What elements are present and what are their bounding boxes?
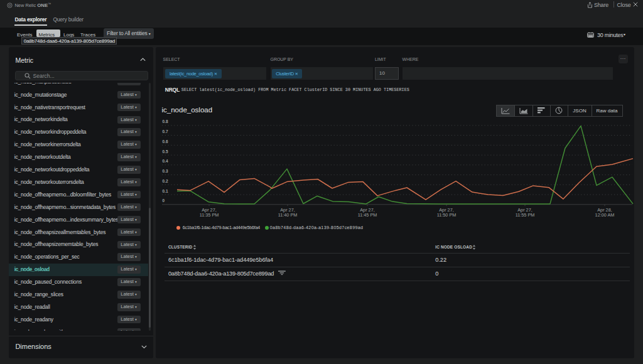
svg-text:0.8: 0.8 <box>163 119 168 124</box>
svg-text:0.5: 0.5 <box>163 149 168 154</box>
svg-text:0.1: 0.1 <box>163 189 168 193</box>
svg-text:0.6: 0.6 <box>163 139 168 144</box>
svg-text:11:45 PM: 11:45 PM <box>358 212 377 218</box>
svg-text:0: 0 <box>163 198 165 203</box>
svg-text:0.2: 0.2 <box>163 179 168 183</box>
svg-text:Apr 27,: Apr 27, <box>280 207 295 213</box>
svg-text:11:50 PM: 11:50 PM <box>437 212 457 218</box>
svg-text:Apr 27,: Apr 27, <box>517 207 532 213</box>
svg-text:11:40 PM: 11:40 PM <box>278 212 298 218</box>
svg-text:Apr 27,: Apr 27, <box>439 207 454 213</box>
svg-text:Apr 27,: Apr 27, <box>360 207 375 213</box>
svg-text:Apr 27,: Apr 27, <box>202 207 217 213</box>
svg-text:0.4: 0.4 <box>163 159 168 163</box>
svg-text:12:00 AM: 12:00 AM <box>595 212 615 218</box>
svg-text:0.3: 0.3 <box>163 169 168 173</box>
svg-text:11:35 PM: 11:35 PM <box>200 212 219 218</box>
svg-text:Apr 28,: Apr 28, <box>597 207 612 213</box>
svg-text:0.7: 0.7 <box>163 129 168 134</box>
svg-text:11:55 PM: 11:55 PM <box>516 212 535 218</box>
